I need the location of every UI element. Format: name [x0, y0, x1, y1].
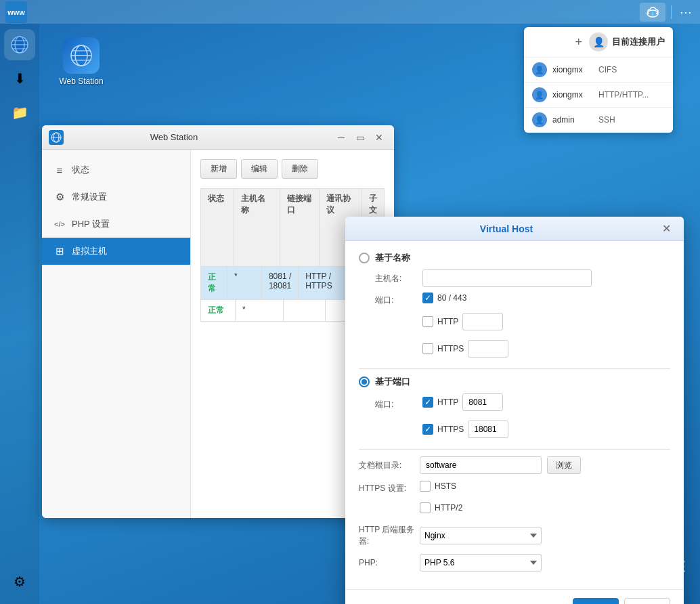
- https-check-row: HTTPS: [422, 340, 508, 358]
- port-80-443-row: ✓ 80 / 443: [422, 293, 466, 303]
- notif-add-button[interactable]: +: [575, 36, 582, 48]
- th-hostname: 主机名称: [234, 189, 280, 266]
- taskbar-app-icon[interactable]: www: [5, 1, 27, 23]
- php-icon: </>: [53, 217, 66, 231]
- sidebar-item-general[interactable]: ⚙ 常规设置: [42, 184, 190, 211]
- http-port-checkbox[interactable]: ✓: [422, 397, 433, 408]
- window-restore-button[interactable]: ▭: [352, 131, 368, 144]
- delete-button[interactable]: 删除: [282, 159, 318, 179]
- notif-avatar: 👤: [589, 33, 608, 51]
- hsts-check-row: HSTS: [420, 481, 456, 492]
- cloud-sync-button[interactable]: [640, 3, 665, 22]
- https-settings-label: HTTPS 设置:: [359, 483, 420, 494]
- notif-user-item-1[interactable]: 👤 xiongmx CIFS: [524, 58, 673, 83]
- sidebar-item-status-label: 状态: [72, 164, 89, 176]
- notif-user-name-2: xiongmx: [552, 90, 593, 100]
- left-icon-settings[interactable]: ⚙: [4, 566, 35, 597]
- desktop-webstation-icon[interactable]: Web Station: [54, 37, 108, 86]
- hostname-input[interactable]: [422, 269, 592, 287]
- backend-row: HTTP 后端服务器: Nginx Apache: [359, 524, 670, 547]
- docroot-input[interactable]: [420, 456, 542, 474]
- sidebar-item-vhost[interactable]: ⊞ 虚拟主机: [42, 238, 190, 265]
- notif-user-name-1: xiongmx: [552, 65, 593, 74]
- menu-button[interactable]: ⋯: [677, 2, 695, 22]
- backend-select[interactable]: Nginx Apache: [420, 527, 542, 544]
- td-hostname-1: *: [227, 267, 262, 299]
- port-label-2: 端口:: [375, 399, 422, 410]
- sidebar-item-php[interactable]: </> PHP 设置: [42, 211, 190, 238]
- cancel-button[interactable]: 取消: [624, 598, 670, 604]
- by-port-radio[interactable]: [359, 376, 370, 387]
- https-port-label: HTTPS: [437, 425, 464, 434]
- https-port-field-row: ✓ HTTPS: [375, 420, 670, 442]
- left-icon-webstation[interactable]: [4, 29, 35, 60]
- general-icon: ⚙: [53, 190, 66, 204]
- http-port-check-row: ✓ HTTP: [422, 393, 503, 411]
- status-icon: ≡: [53, 163, 66, 177]
- ok-button[interactable]: 确定: [573, 598, 619, 604]
- php-select[interactable]: PHP 5.6 PHP 7.0: [420, 554, 542, 571]
- notif-user-item-2[interactable]: 👤 xiongmx HTTP/HTTP...: [524, 83, 673, 108]
- http2-checkbox[interactable]: [420, 502, 431, 513]
- docroot-label: 文档根目录:: [359, 460, 420, 471]
- th-status: 状态: [201, 189, 234, 266]
- by-port-radio-row: 基于端口: [359, 376, 670, 388]
- vhost-titlebar: Virtual Host ✕: [345, 217, 684, 241]
- by-name-radio[interactable]: [359, 253, 370, 263]
- window-controls: ─ ▭ ✕: [333, 131, 387, 144]
- hsts-checkbox[interactable]: [420, 481, 431, 492]
- http-port-input[interactable]: [462, 313, 503, 330]
- port-field-row: 端口: ✓ 80 / 443: [375, 293, 670, 307]
- notif-user-item-3[interactable]: 👤 admin SSH: [524, 108, 673, 133]
- watermark: KOOSHARE: [587, 555, 686, 577]
- left-icon-download[interactable]: ⬇: [4, 63, 35, 94]
- notif-panel-header: + 👤 目前连接用户: [524, 27, 673, 58]
- separator: [671, 5, 672, 19]
- http-check-row: HTTP: [422, 313, 503, 330]
- hostname-label: 主机名:: [375, 273, 422, 284]
- divider-2: [359, 449, 670, 450]
- vhost-close-button[interactable]: ✕: [658, 221, 674, 237]
- http2-value: HTTP/2: [420, 502, 670, 517]
- http-port-content: ✓ HTTP: [422, 393, 670, 415]
- notif-user-proto-1: CIFS: [598, 65, 617, 74]
- http2-row: HTTP/2: [359, 502, 670, 517]
- https-checkbox[interactable]: [422, 343, 433, 354]
- port-80-443-label: 80 / 443: [437, 293, 466, 303]
- edit-button[interactable]: 编辑: [241, 159, 278, 179]
- https-port-checkbox[interactable]: ✓: [422, 424, 433, 435]
- docroot-row: 文档根目录: 浏览: [359, 456, 670, 474]
- window-close-button[interactable]: ✕: [371, 131, 387, 144]
- sidebar-item-vhost-label: 虚拟主机: [72, 245, 107, 257]
- http-field-content: HTTP: [422, 313, 670, 335]
- webstation-desktop-label: Web Station: [59, 77, 103, 86]
- sidebar-item-status[interactable]: ≡ 状态: [42, 156, 190, 184]
- window-minimize-button[interactable]: ─: [333, 131, 349, 144]
- https-port-check-row: ✓ HTTPS: [422, 420, 508, 438]
- port-80-443-checkbox[interactable]: ✓: [422, 293, 433, 303]
- http2-check-row: HTTP/2: [420, 502, 462, 513]
- sidebar-item-general-label: 常规设置: [72, 191, 107, 203]
- http-checkbox[interactable]: [422, 316, 433, 327]
- td-port-2: [284, 300, 325, 321]
- add-button[interactable]: 新增: [200, 159, 237, 179]
- http-label: HTTP: [437, 317, 458, 326]
- left-icon-files[interactable]: 📁: [4, 97, 35, 128]
- divider-1: [359, 368, 670, 369]
- notif-user-avatar-1: 👤: [532, 62, 547, 77]
- notif-user-avatar-2: 👤: [532, 87, 547, 102]
- http-port-value-input[interactable]: [462, 393, 503, 411]
- notif-user-proto-2: HTTP/HTTP...: [598, 90, 649, 100]
- toolbar: 新增 编辑 删除: [200, 159, 385, 179]
- https-settings-row: HTTPS 设置: HSTS: [359, 481, 670, 496]
- https-port-input[interactable]: [468, 340, 508, 358]
- https-field-content: HTTPS: [422, 340, 670, 362]
- http-field-row: HTTP: [375, 313, 670, 335]
- browse-button[interactable]: 浏览: [547, 456, 581, 474]
- by-name-radio-row: 基于名称: [359, 252, 670, 264]
- window-titlebar: Web Station ─ ▭ ✕: [42, 125, 394, 150]
- notif-user-proto-3: SSH: [598, 115, 615, 125]
- left-taskbar: ⬇ 📁 ⚙: [0, 24, 39, 604]
- https-port-value-input[interactable]: [468, 420, 508, 438]
- notif-user-avatar-3: 👤: [532, 112, 547, 127]
